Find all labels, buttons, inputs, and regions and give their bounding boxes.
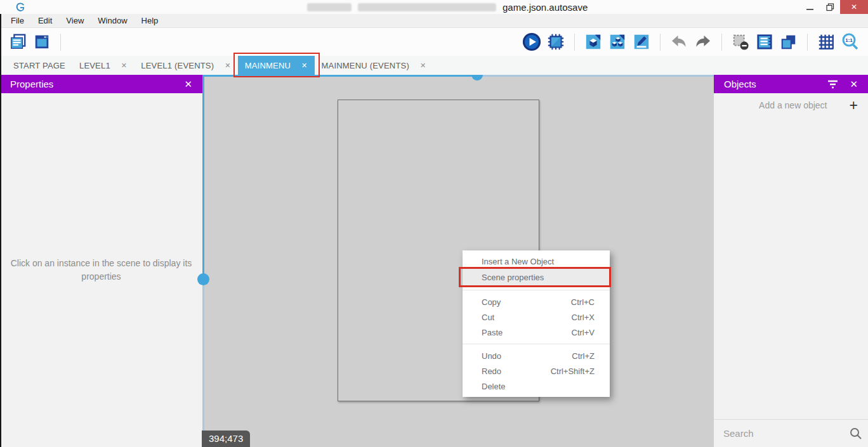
undo-icon[interactable] bbox=[669, 32, 688, 51]
menu-bar: File Edit View Window Help bbox=[0, 14, 868, 28]
menu-help[interactable]: Help bbox=[135, 14, 166, 28]
toolbar-separator bbox=[660, 34, 661, 51]
restore-button[interactable] bbox=[820, 0, 840, 14]
objects-search-row bbox=[714, 419, 868, 447]
menu-view[interactable]: View bbox=[59, 14, 91, 28]
zoom-reset-1-1-icon[interactable]: 1:1 bbox=[841, 32, 860, 51]
menu-item-label: Redo bbox=[482, 366, 551, 376]
properties-empty-message: Click on an instance in the scene to dis… bbox=[6, 257, 197, 283]
canvas-top-divider[interactable] bbox=[204, 75, 477, 77]
properties-panel: Properties ✕ Click on an instance in the… bbox=[0, 75, 202, 447]
project-manager-icon[interactable] bbox=[8, 32, 27, 51]
menu-item-label: Copy bbox=[482, 297, 571, 307]
toolbar: 1:1 bbox=[0, 28, 868, 56]
context-menu-item-paste[interactable]: Paste Ctrl+V bbox=[463, 325, 610, 340]
toolbar-separator bbox=[574, 34, 575, 51]
redo-icon[interactable] bbox=[694, 32, 713, 51]
play-preview-icon[interactable] bbox=[522, 32, 541, 51]
debugger-icon[interactable] bbox=[546, 32, 565, 51]
tab-start-page[interactable]: START PAGE bbox=[6, 56, 72, 75]
scene-properties-editor-icon[interactable] bbox=[632, 32, 651, 51]
objects-editor-icon[interactable] bbox=[584, 32, 603, 51]
context-menu-item-delete[interactable]: Delete bbox=[463, 379, 610, 394]
toolbar-separator bbox=[807, 34, 808, 51]
minimize-button[interactable] bbox=[799, 0, 820, 14]
cursor-coordinates-badge: 394;473 bbox=[202, 431, 250, 447]
properties-panel-body: Click on an instance in the scene to dis… bbox=[0, 93, 202, 447]
close-panel-icon[interactable]: ✕ bbox=[184, 79, 192, 90]
toolbar-separator bbox=[721, 34, 722, 51]
divider-drag-handle[interactable] bbox=[197, 273, 209, 285]
tab-label: LEVEL1 (EVENTS) bbox=[141, 61, 214, 70]
window-controls: ✕ bbox=[799, 0, 868, 14]
svg-text:1:1: 1:1 bbox=[845, 37, 853, 43]
menu-item-label: Cut bbox=[482, 313, 572, 322]
instances-list-icon[interactable] bbox=[755, 32, 774, 51]
menu-item-shortcut: Ctrl+X bbox=[572, 313, 595, 322]
tab-level1-events[interactable]: LEVEL1 (EVENTS) ✕ bbox=[134, 56, 237, 75]
context-menu-item-scene-properties[interactable]: Scene properties bbox=[463, 269, 610, 286]
add-object-plus-icon[interactable]: + bbox=[850, 98, 858, 113]
context-menu-item-cut[interactable]: Cut Ctrl+X bbox=[463, 309, 610, 325]
window-left-edge bbox=[0, 14, 1, 447]
top-divider-drag-handle[interactable] bbox=[471, 75, 483, 81]
menu-file[interactable]: File bbox=[4, 14, 31, 28]
grid-toggle-icon[interactable] bbox=[817, 32, 836, 51]
objects-list bbox=[714, 117, 868, 419]
properties-panel-header: Properties ✕ bbox=[0, 75, 202, 93]
tab-mainmenu[interactable]: MAINMENU ✕ bbox=[238, 56, 315, 75]
menu-window[interactable]: Window bbox=[91, 14, 134, 28]
tab-close-icon[interactable]: ✕ bbox=[121, 62, 127, 70]
close-panel-icon[interactable]: ✕ bbox=[850, 79, 858, 90]
menu-edit[interactable]: Edit bbox=[31, 14, 59, 28]
objects-search-input[interactable] bbox=[723, 428, 850, 439]
main-area: Properties ✕ Click on an instance in the… bbox=[0, 75, 868, 447]
properties-panel-title: Properties bbox=[10, 79, 53, 89]
menu-item-shortcut: Ctrl+Shift+Z bbox=[551, 366, 595, 376]
tab-close-icon[interactable]: ✕ bbox=[420, 62, 426, 70]
tab-level1[interactable]: LEVEL1 ✕ bbox=[72, 56, 134, 75]
menu-item-shortcut: Ctrl+Z bbox=[572, 351, 595, 361]
context-menu-item-insert-object[interactable]: Insert a New Object bbox=[463, 254, 610, 269]
close-button[interactable]: ✕ bbox=[840, 0, 868, 14]
gdevelop-logo-icon bbox=[15, 2, 25, 12]
tab-mainmenu-wrap: MAINMENU ✕ bbox=[238, 56, 315, 75]
context-menu-item-undo[interactable]: Undo Ctrl+Z bbox=[463, 348, 610, 363]
tab-label: MAINMENU bbox=[245, 61, 291, 70]
add-object-label: Add a new object bbox=[724, 100, 850, 110]
search-icon[interactable] bbox=[850, 427, 862, 439]
title-bar: game.json.autosave ✕ bbox=[0, 0, 868, 14]
objects-panel-header: Objects ✕ bbox=[714, 75, 868, 93]
menu-item-label: Scene properties bbox=[482, 273, 595, 282]
menu-separator bbox=[463, 290, 610, 290]
menu-item-label: Delete bbox=[482, 382, 595, 391]
objects-panel-title: Objects bbox=[724, 79, 756, 89]
add-object-row[interactable]: Add a new object + bbox=[714, 93, 868, 117]
menu-item-shortcut: Ctrl+V bbox=[572, 328, 595, 337]
redacted-path-segment bbox=[307, 3, 352, 11]
canvas-top-divider[interactable] bbox=[477, 75, 714, 77]
start-page-icon[interactable] bbox=[32, 32, 51, 51]
tab-close-icon[interactable]: ✕ bbox=[301, 62, 307, 70]
menu-item-label: Insert a New Object bbox=[482, 257, 595, 266]
tab-close-icon[interactable]: ✕ bbox=[225, 62, 230, 70]
object-groups-editor-icon[interactable] bbox=[608, 32, 627, 51]
tab-label: MAINMENU (EVENTS) bbox=[322, 61, 409, 70]
editor-tab-bar: START PAGE LEVEL1 ✕ LEVEL1 (EVENTS) ✕ MA… bbox=[0, 56, 868, 75]
delete-instances-icon[interactable] bbox=[731, 32, 750, 51]
menu-item-shortcut: Ctrl+C bbox=[571, 297, 595, 307]
scene-editor-canvas[interactable]: Insert a New Object Scene properties Cop… bbox=[204, 75, 714, 447]
objects-panel: Objects ✕ Add a new object + bbox=[714, 75, 868, 447]
window-title: game.json.autosave bbox=[307, 0, 588, 14]
context-menu: Insert a New Object Scene properties Cop… bbox=[463, 250, 610, 397]
document-title: game.json.autosave bbox=[503, 2, 588, 13]
context-menu-item-redo[interactable]: Redo Ctrl+Shift+Z bbox=[463, 363, 610, 379]
filter-icon[interactable] bbox=[827, 80, 838, 89]
redacted-path-segment bbox=[358, 3, 496, 11]
menu-item-label: Paste bbox=[482, 328, 572, 337]
tab-mainmenu-events[interactable]: MAINMENU (EVENTS) ✕ bbox=[315, 56, 433, 75]
tab-label: START PAGE bbox=[13, 61, 65, 70]
menu-item-label: Undo bbox=[482, 351, 572, 361]
context-menu-item-copy[interactable]: Copy Ctrl+C bbox=[463, 294, 610, 309]
layers-editor-icon[interactable] bbox=[779, 32, 798, 51]
